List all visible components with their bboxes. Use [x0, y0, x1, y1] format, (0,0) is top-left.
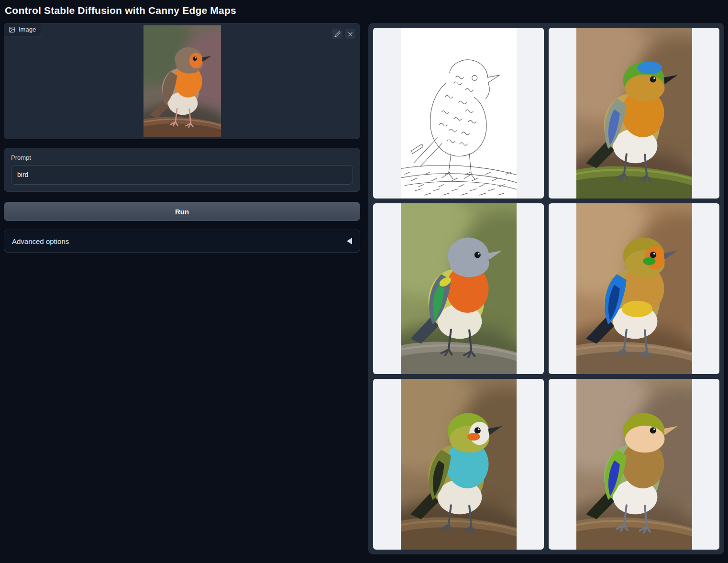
generated-image — [401, 203, 517, 374]
generated-image — [576, 28, 692, 199]
page-title: Control Stable Diffusion with Canny Edge… — [5, 5, 724, 16]
prompt-input[interactable]: bird — [11, 165, 353, 185]
gallery-item[interactable] — [549, 203, 719, 374]
advanced-options-label: Advanced options — [12, 237, 69, 245]
edit-image-button[interactable] — [332, 29, 342, 39]
main-layout: Image — [4, 23, 724, 554]
image-actions — [332, 29, 355, 39]
gallery-item[interactable] — [549, 28, 719, 199]
gallery-item[interactable] — [373, 203, 544, 374]
clear-image-button[interactable] — [345, 29, 355, 39]
generated-image — [576, 379, 692, 550]
generated-image — [401, 379, 517, 550]
input-column: Image — [4, 23, 360, 253]
output-gallery — [368, 23, 724, 554]
pencil-icon — [334, 31, 341, 37]
gallery-item[interactable] — [373, 28, 544, 199]
prompt-label: Prompt — [11, 154, 353, 161]
edge-map-image — [401, 28, 517, 199]
gallery-item[interactable] — [373, 379, 544, 550]
output-column — [368, 23, 724, 554]
image-icon — [9, 26, 15, 33]
run-button[interactable]: Run — [4, 202, 360, 221]
advanced-options-accordion[interactable]: Advanced options — [4, 230, 360, 253]
image-label-text: Image — [19, 26, 36, 33]
image-label: Image — [4, 23, 42, 36]
generated-image — [576, 203, 692, 374]
prompt-block: Prompt bird — [4, 148, 360, 192]
input-image — [143, 25, 221, 137]
image-input-block[interactable]: Image — [4, 23, 360, 139]
close-icon — [347, 31, 353, 37]
gallery-item[interactable] — [549, 379, 719, 550]
collapse-arrow-icon — [347, 238, 352, 244]
